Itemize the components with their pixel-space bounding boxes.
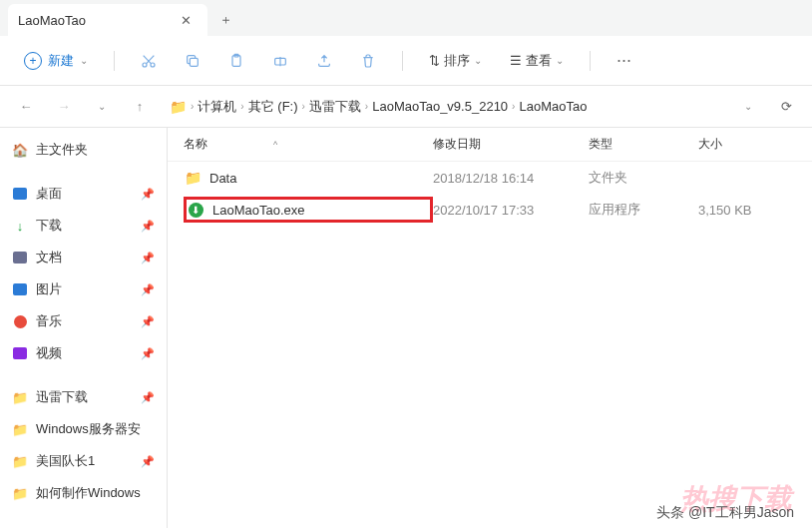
document-icon — [12, 250, 28, 265]
sidebar-item-music[interactable]: 音乐 📌 — [0, 305, 167, 337]
sidebar-item-label: 下载 — [36, 217, 62, 235]
breadcrumb-item[interactable]: LaoMaoTao — [519, 99, 587, 114]
sidebar-folder[interactable]: 📁 美国队长1 📌 — [0, 445, 167, 477]
file-row-highlighted[interactable]: ⬇ LaoMaoTao.exe 2022/10/17 17:33 应用程序 3,… — [168, 194, 812, 226]
paste-icon[interactable] — [218, 43, 254, 79]
column-date[interactable]: 修改日期 — [433, 136, 589, 153]
column-label: 名称 — [184, 136, 207, 153]
sidebar-home[interactable]: 🏠 主文件夹 — [0, 134, 167, 166]
new-button-label: 新建 — [48, 52, 74, 70]
column-size[interactable]: 大小 — [698, 136, 788, 153]
sort-button[interactable]: ⇅ 排序 ⌄ — [419, 46, 492, 76]
share-icon[interactable] — [306, 43, 342, 79]
column-name[interactable]: 名称 ^ — [184, 136, 433, 153]
more-button[interactable]: ··· — [607, 50, 641, 71]
file-size: 3,150 KB — [698, 203, 788, 218]
rename-icon[interactable] — [262, 43, 298, 79]
sidebar-item-label: 音乐 — [36, 312, 62, 330]
plus-circle-icon: + — [24, 52, 42, 70]
chevron-down-icon: ⌄ — [474, 55, 482, 66]
file-type: 应用程序 — [589, 201, 698, 219]
desktop-icon — [12, 186, 28, 202]
sidebar-item-label: 主文件夹 — [36, 141, 88, 159]
sidebar-item-documents[interactable]: 文档 📌 — [0, 242, 167, 273]
svg-rect-2 — [190, 58, 198, 66]
new-tab-button[interactable]: ＋ — [207, 4, 243, 36]
close-icon[interactable]: ✕ — [175, 11, 198, 30]
pin-icon: 📌 — [141, 315, 155, 328]
sidebar-item-label: Windows服务器安 — [36, 420, 141, 438]
tab-active[interactable]: LaoMaoTao ✕ — [8, 4, 207, 36]
back-button[interactable]: ← — [12, 93, 40, 121]
pin-icon: 📌 — [141, 220, 155, 233]
file-list: 名称 ^ 修改日期 类型 大小 📁 Data 2018/12/18 16:14 … — [168, 128, 812, 528]
breadcrumb-item[interactable]: 其它 (F:) — [248, 98, 298, 116]
chevron-down-icon: ⌄ — [556, 55, 564, 66]
file-date: 2018/12/18 16:14 — [433, 171, 589, 186]
view-button[interactable]: ☰ 查看 ⌄ — [500, 46, 574, 76]
pin-icon: 📌 — [141, 283, 155, 296]
breadcrumb-item[interactable]: 计算机 — [198, 98, 236, 116]
folder-icon: 📁 — [12, 453, 28, 469]
delete-icon[interactable] — [350, 43, 386, 79]
sidebar-folder[interactable]: 📁 如何制作Windows — [0, 477, 167, 509]
sidebar-item-label: 桌面 — [36, 185, 62, 203]
column-label: 修改日期 — [433, 137, 481, 151]
sidebar-item-desktop[interactable]: 桌面 📌 — [0, 178, 167, 210]
sidebar-folder[interactable]: 📁 迅雷下载 📌 — [0, 381, 167, 413]
chevron-right-icon: › — [191, 101, 194, 112]
folder-icon: 📁 — [184, 169, 202, 187]
column-label: 大小 — [698, 137, 722, 151]
pin-icon: 📌 — [141, 188, 155, 201]
column-headers: 名称 ^ 修改日期 类型 大小 — [168, 128, 812, 162]
breadcrumb-item[interactable]: LaoMaoTao_v9.5_2210 — [372, 99, 508, 114]
pin-icon: 📌 — [141, 391, 155, 404]
sidebar-item-videos[interactable]: 视频 📌 — [0, 337, 167, 369]
breadcrumb-item[interactable]: 迅雷下载 — [309, 98, 361, 116]
chevron-down-icon[interactable]: ⌄ — [734, 93, 762, 121]
pin-icon: 📌 — [141, 347, 155, 360]
sidebar-folder[interactable]: 📁 Windows服务器安 — [0, 413, 167, 445]
sort-label: 排序 — [444, 52, 470, 70]
folder-icon: 📁 — [12, 421, 28, 437]
pin-icon: 📌 — [141, 455, 155, 468]
column-type[interactable]: 类型 — [589, 136, 698, 153]
view-label: 查看 — [526, 52, 552, 70]
pictures-icon — [12, 281, 28, 297]
chevron-down-icon[interactable]: ⌄ — [88, 93, 116, 121]
chevron-right-icon: › — [365, 101, 368, 112]
pin-icon: 📌 — [141, 252, 155, 264]
chevron-down-icon: ⌄ — [80, 55, 88, 66]
sidebar-item-pictures[interactable]: 图片 📌 — [0, 273, 167, 305]
file-type: 文件夹 — [589, 169, 698, 187]
chevron-right-icon: › — [302, 101, 305, 112]
music-icon — [12, 313, 28, 329]
copy-icon[interactable] — [175, 43, 210, 79]
svg-point-0 — [143, 63, 147, 67]
sidebar-item-label: 美国队长1 — [36, 452, 95, 470]
folder-icon: 📁 — [170, 99, 187, 115]
forward-button[interactable]: → — [50, 93, 78, 121]
new-button[interactable]: + 新建 ⌄ — [14, 46, 98, 76]
sidebar-item-downloads[interactable]: ↓ 下载 📌 — [0, 210, 167, 242]
file-row[interactable]: 📁 Data 2018/12/18 16:14 文件夹 — [168, 162, 812, 194]
up-button[interactable]: ↑ — [126, 93, 154, 121]
refresh-button[interactable]: ⟳ — [772, 99, 800, 114]
download-icon: ↓ — [12, 218, 28, 234]
sidebar: 🏠 主文件夹 桌面 📌 ↓ 下载 📌 文档 📌 图片 📌 音乐 📌 — [0, 128, 168, 528]
file-name: Data — [209, 171, 236, 186]
cut-icon[interactable] — [131, 43, 167, 79]
breadcrumb[interactable]: 📁 › 计算机 › 其它 (F:) › 迅雷下载 › LaoMaoTao_v9.… — [164, 98, 724, 116]
home-icon: 🏠 — [12, 142, 28, 158]
sidebar-item-label: 文档 — [36, 249, 62, 266]
video-icon — [12, 345, 28, 361]
view-icon: ☰ — [510, 53, 522, 68]
column-label: 类型 — [589, 137, 612, 151]
tab-title: LaoMaoTao — [18, 13, 86, 28]
nav-bar: ← → ⌄ ↑ 📁 › 计算机 › 其它 (F:) › 迅雷下载 › LaoMa… — [0, 86, 812, 128]
exe-icon: ⬇ — [187, 201, 204, 219]
watermark: 头条 @IT工科男Jason — [656, 504, 794, 522]
sort-indicator-icon: ^ — [273, 140, 277, 150]
sidebar-item-label: 迅雷下载 — [36, 388, 88, 406]
chevron-right-icon: › — [240, 101, 243, 112]
